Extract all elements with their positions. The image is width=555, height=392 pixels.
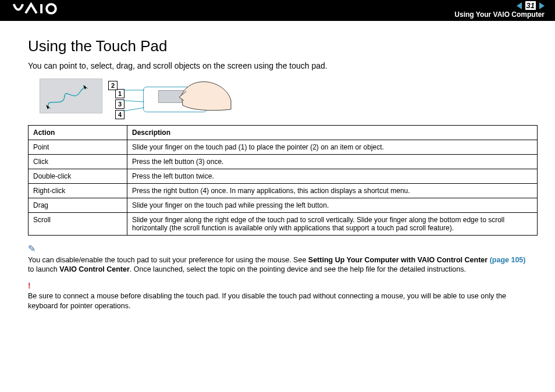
cell-description: Slide your finger on the touch pad while… (127, 198, 538, 213)
vaio-logo (13, 2, 67, 19)
page-title: Using the Touch Pad (28, 37, 532, 55)
table-row: ScrollSlide your finger along the right … (29, 213, 538, 236)
cell-action: Point (29, 140, 127, 155)
prev-page-icon[interactable] (517, 2, 522, 9)
note-pre: You can disable/enable the touch pad to … (28, 256, 308, 264)
col-description: Description (127, 126, 538, 140)
cell-description: Slide your finger on the touch pad (1) t… (127, 140, 538, 155)
note-link[interactable]: (page 105) (490, 256, 526, 264)
table-row: DragSlide your finger on the touch pad w… (29, 198, 538, 213)
table-row: ClickPress the left button (3) once. (29, 155, 538, 169)
cell-description: Press the right button (4) once. In many… (127, 184, 538, 198)
warning-text: Be sure to connect a mouse before disabl… (28, 292, 506, 310)
diagram-row: 2 1 3 4 (40, 79, 532, 119)
table-row: PointSlide your finger on the touch pad … (29, 140, 538, 155)
header-bar: 31 Using Your VAIO Computer (0, 0, 555, 21)
page-nav: 31 (517, 1, 545, 10)
cell-action: Right-click (29, 184, 127, 198)
callout-2: 2 (108, 81, 118, 90)
actions-table: Action Description PointSlide your finge… (28, 125, 538, 236)
page-content: Using the Touch Pad You can point to, se… (0, 21, 555, 323)
note-bold2: VAIO Control Center (59, 265, 130, 273)
screen-illustration (40, 79, 102, 113)
note-icon: ✎ (28, 244, 35, 254)
warning-icon: ! (28, 281, 31, 290)
col-action: Action (29, 126, 127, 140)
vaio-logo-svg (13, 2, 67, 15)
note-block: ✎ You can disable/enable the touch pad t… (28, 243, 532, 275)
page-number: 31 (525, 1, 536, 10)
callout-lines-icon (121, 87, 144, 116)
cell-description: Press the left button twice. (127, 169, 538, 184)
warning-block: ! Be sure to connect a mouse before disa… (28, 280, 532, 311)
cell-action: Double-click (29, 169, 127, 184)
touchpad-illustration (141, 79, 244, 119)
cell-description: Slide your finger along the right edge o… (127, 213, 538, 236)
section-title: Using Your VAIO Computer (454, 10, 545, 19)
svg-rect-0 (40, 4, 42, 13)
note-mid: to launch (28, 265, 59, 273)
hand-icon (176, 77, 234, 112)
note-bold1: Setting Up Your Computer with VAIO Contr… (308, 256, 490, 264)
table-header-row: Action Description (29, 126, 538, 140)
cursor-path-icon (40, 79, 103, 114)
next-page-icon[interactable] (539, 2, 545, 9)
table-row: Double-clickPress the left button twice. (29, 169, 538, 184)
diagram-screen: 2 (40, 79, 102, 113)
cell-description: Press the left button (3) once. (127, 155, 538, 169)
cell-action: Scroll (29, 213, 127, 236)
note-post: . Once launched, select the topic on the… (130, 265, 466, 273)
cell-action: Click (29, 155, 127, 169)
intro-text: You can point to, select, drag, and scro… (28, 61, 532, 70)
table-row: Right-clickPress the right button (4) on… (29, 184, 538, 198)
svg-line-3 (123, 101, 144, 102)
cell-action: Drag (29, 198, 127, 213)
svg-line-4 (123, 108, 144, 111)
svg-point-1 (47, 4, 56, 13)
